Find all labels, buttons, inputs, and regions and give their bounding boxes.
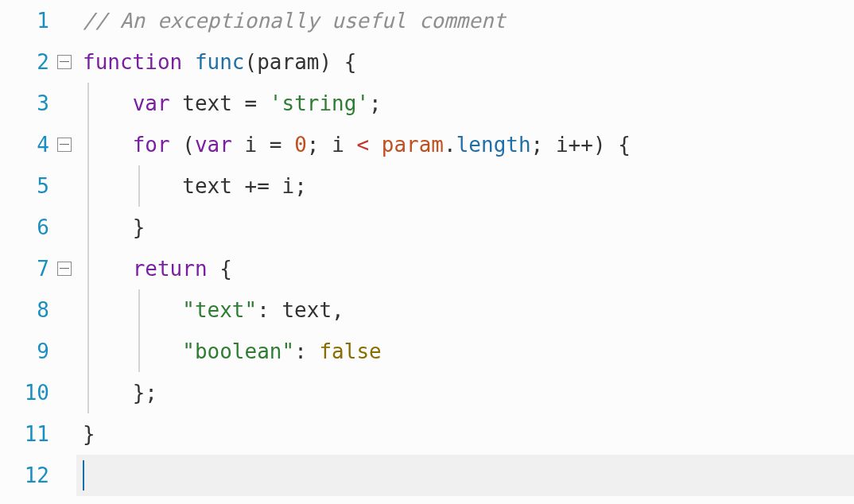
line-number: 6: [0, 207, 49, 248]
keyword-token: return: [133, 257, 208, 281]
keyword-token: function: [83, 50, 182, 74]
fold-toggle-icon[interactable]: [57, 138, 72, 152]
indent-guide: [87, 248, 89, 289]
indent-guide: [87, 372, 89, 413]
code-line[interactable]: return {: [76, 248, 854, 289]
line-number: 4: [0, 124, 49, 165]
indent-guide: [87, 165, 89, 207]
indent-guide: [87, 331, 89, 372]
line-number: 10: [0, 372, 49, 413]
line-number: 9: [0, 331, 49, 372]
keyword-token: var: [133, 91, 170, 115]
code-line[interactable]: var text = 'string';: [76, 83, 854, 124]
line-number: 7: [0, 248, 49, 289]
fold-toggle-icon[interactable]: [57, 55, 72, 69]
fold-gutter: [52, 0, 76, 504]
code-line[interactable]: };: [76, 372, 854, 413]
function-name-token: func: [195, 50, 245, 74]
boolean-token: false: [319, 339, 381, 363]
code-line[interactable]: }: [76, 207, 854, 248]
property-token: "text": [182, 298, 257, 322]
comment-token: // An exceptionally useful comment: [83, 9, 506, 33]
code-line[interactable]: text += i;: [76, 165, 854, 207]
line-number: 1: [0, 0, 49, 41]
indent-guide: [138, 165, 140, 207]
number-token: 0: [294, 133, 307, 157]
fold-toggle-icon[interactable]: [57, 262, 72, 276]
code-line[interactable]: // An exceptionally useful comment: [76, 0, 854, 41]
code-line[interactable]: "text": text,: [76, 289, 854, 331]
indent-guide: [87, 83, 89, 124]
line-number: 3: [0, 83, 49, 124]
line-number: 11: [0, 413, 49, 455]
code-line[interactable]: "boolean": false: [76, 331, 854, 372]
indent-guide: [138, 331, 140, 372]
code-area[interactable]: // An exceptionally useful comment funct…: [76, 0, 854, 504]
line-number-gutter: 1 2 3 4 5 6 7 8 9 10 11 12: [0, 0, 52, 504]
string-token: 'string': [270, 91, 369, 115]
param-token: param: [257, 50, 319, 74]
indent-guide: [87, 289, 89, 331]
code-line[interactable]: for (var i = 0; i < param.length; i++) {: [76, 124, 854, 165]
keyword-token: for: [133, 133, 170, 157]
line-number: 12: [0, 455, 49, 496]
indent-guide: [87, 124, 89, 165]
code-line[interactable]: function func(param) {: [76, 41, 854, 83]
line-number: 5: [0, 165, 49, 207]
code-editor[interactable]: 1 2 3 4 5 6 7 8 9 10 11 12 // An excepti…: [0, 0, 854, 504]
text-cursor: [83, 460, 84, 490]
code-line[interactable]: }: [76, 413, 854, 455]
line-number: 2: [0, 41, 49, 83]
line-number: 8: [0, 289, 49, 331]
indent-guide: [87, 207, 89, 248]
code-line-current[interactable]: [76, 455, 854, 496]
indent-guide: [138, 289, 140, 331]
property-token: "boolean": [182, 339, 294, 363]
